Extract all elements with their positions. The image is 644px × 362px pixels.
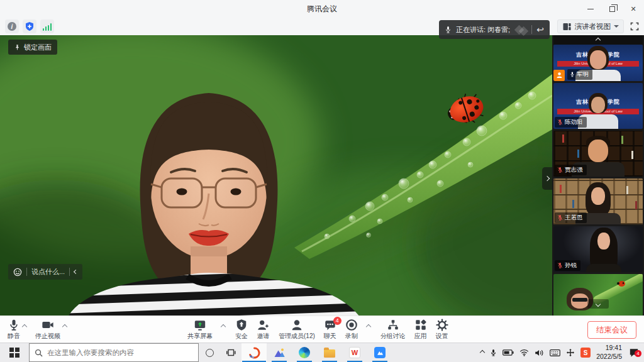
record-options-chevron[interactable] [366, 324, 371, 329]
tray-volume-icon[interactable] [535, 349, 544, 357]
search-icon [35, 349, 43, 357]
file-explorer-icon [324, 349, 335, 358]
watermark-logo-icon [516, 25, 527, 35]
apps-button[interactable]: 应用 [414, 319, 427, 341]
taskbar-app-file-explorer[interactable] [317, 343, 342, 362]
photos-app-icon [274, 347, 286, 359]
taskbar-app-tencent-meeting[interactable] [367, 343, 392, 362]
settings-button[interactable]: 设置 [436, 319, 448, 341]
cortana-button[interactable] [199, 343, 220, 362]
reply-arrow-icon[interactable]: ↩ [536, 25, 544, 34]
security-button[interactable]: 安全 [235, 319, 248, 341]
taskbar-search[interactable] [29, 343, 199, 362]
network-signal-icon [43, 23, 52, 31]
taskbar-clock[interactable]: 19:41 2022/5/5 [596, 344, 622, 361]
notification-center-button[interactable]: 4 [628, 348, 640, 358]
window-title: 腾讯会议 [0, 0, 644, 18]
fullscreen-icon [630, 22, 639, 31]
tray-wifi-icon[interactable] [519, 349, 529, 356]
taskbar-app-orange-swirl[interactable] [242, 343, 267, 362]
system-tray: S 19:41 2022/5/5 4 [480, 343, 644, 362]
meeting-info-button[interactable]: i [5, 19, 19, 33]
meeting-toolbar: 静音 停止视频 共享屏幕 [0, 315, 644, 343]
window-controls: ✕ [580, 0, 644, 18]
participant-tile-junming[interactable]: 吉林大学法学院 Jilin University School of Law [553, 45, 643, 81]
apps-grid-icon [414, 319, 427, 331]
chevron-up-icon [596, 37, 601, 42]
tencent-meeting-window: 腾讯会议 ✕ i [0, 0, 644, 362]
taskbar-app-edge[interactable] [292, 343, 317, 362]
microphone-on-icon [570, 71, 575, 78]
microphone-muted-icon [557, 167, 563, 173]
speaking-indicator-toast: 正在讲话: 闵春雷; ↩ [439, 20, 550, 39]
restore-button[interactable] [601, 0, 623, 18]
status-chips: i [5, 19, 54, 33]
pin-label: 锁定画面 [24, 43, 52, 52]
minimize-button[interactable] [580, 0, 601, 18]
pin-icon [14, 43, 21, 52]
search-input[interactable] [47, 349, 193, 356]
breakout-rooms-label: 分组讨论 [380, 332, 406, 341]
end-meeting-button[interactable]: 结束会议 [587, 321, 636, 339]
notification-badge: 4 [635, 350, 641, 357]
windows-logo-icon [9, 348, 19, 358]
tray-expand-icon[interactable] [480, 350, 485, 355]
participant-tile-wangruosi[interactable]: 王若思 [553, 178, 643, 224]
invite-label: 邀请 [257, 332, 270, 341]
tray-ime-icon[interactable] [566, 348, 575, 357]
divider [531, 25, 532, 34]
ladybug-icon [618, 281, 625, 287]
share-options-chevron[interactable] [221, 324, 226, 329]
microphone-icon [8, 319, 20, 331]
camera-icon [41, 319, 55, 331]
participant-tile-jiazhiqiang[interactable]: 贾志强 [553, 131, 643, 177]
message-placeholder: 说点什么... [31, 267, 65, 277]
mute-options-chevron[interactable] [22, 324, 27, 329]
chat-button[interactable]: 4 聊天 [324, 319, 336, 341]
stop-video-button[interactable]: 停止视频 [35, 319, 60, 341]
participant-tile-sunrui[interactable]: 孙锐 [553, 226, 643, 272]
tray-battery-icon[interactable] [502, 349, 514, 356]
participant-tiles: 吉林大学法学院 Jilin University School of Law [553, 45, 643, 315]
glasses-icon [572, 298, 587, 302]
info-icon: i [8, 22, 16, 31]
manage-members-button[interactable]: 管理成员(12) [279, 319, 315, 341]
video-options-chevron[interactable] [62, 324, 67, 329]
pin-video-button[interactable]: 锁定画面 [8, 40, 57, 55]
quick-message-bar[interactable]: 说点什么... [8, 264, 82, 280]
participant-tile-chenjinyang[interactable]: 吉林大学法学院 Jilin University School of Law [553, 83, 643, 129]
taskbar-app-wps[interactable]: W [342, 343, 367, 362]
speaker-video-frame [0, 35, 552, 315]
task-view-button[interactable] [220, 343, 242, 362]
chat-label: 聊天 [324, 332, 336, 341]
scroll-down-button[interactable] [587, 299, 609, 309]
fullscreen-button[interactable] [630, 21, 640, 31]
sogou-input-icon[interactable]: S [580, 348, 591, 358]
sidebar-collapse-tab[interactable] [542, 167, 552, 190]
tray-keyboard-icon[interactable] [550, 349, 560, 356]
record-button[interactable]: 录制 [345, 319, 358, 341]
task-view-icon [226, 348, 236, 358]
speaking-indicator-text: 正在讲话: 闵春雷; [456, 25, 510, 35]
main-speaker-video[interactable]: 锁定画面 说点什么... [0, 35, 552, 315]
layout-view-button[interactable]: 演讲者视图 [557, 19, 625, 33]
network-signal-button[interactable] [40, 19, 54, 33]
manage-members-label: 管理成员(12) [279, 332, 315, 341]
layout-view-label: 演讲者视图 [575, 22, 611, 31]
close-button[interactable]: ✕ [623, 0, 644, 18]
invite-button[interactable]: 邀请 [257, 319, 270, 341]
protect-button[interactable] [23, 19, 36, 33]
start-button[interactable] [0, 343, 29, 362]
self-view-tile[interactable] [553, 274, 643, 315]
chevron-down-icon [614, 25, 619, 28]
record-label: 录制 [345, 332, 358, 341]
mute-button[interactable]: 静音 [8, 319, 20, 341]
scroll-up-button[interactable] [553, 35, 643, 45]
titlebar: 腾讯会议 ✕ [0, 0, 644, 18]
share-screen-button[interactable]: 共享屏幕 [187, 319, 213, 341]
taskbar-app-photos[interactable] [267, 343, 292, 362]
tray-microphone-icon[interactable] [490, 348, 497, 358]
cortana-icon [206, 349, 214, 357]
stop-video-label: 停止视频 [35, 332, 60, 341]
breakout-rooms-button[interactable]: 分组讨论 [380, 319, 406, 341]
